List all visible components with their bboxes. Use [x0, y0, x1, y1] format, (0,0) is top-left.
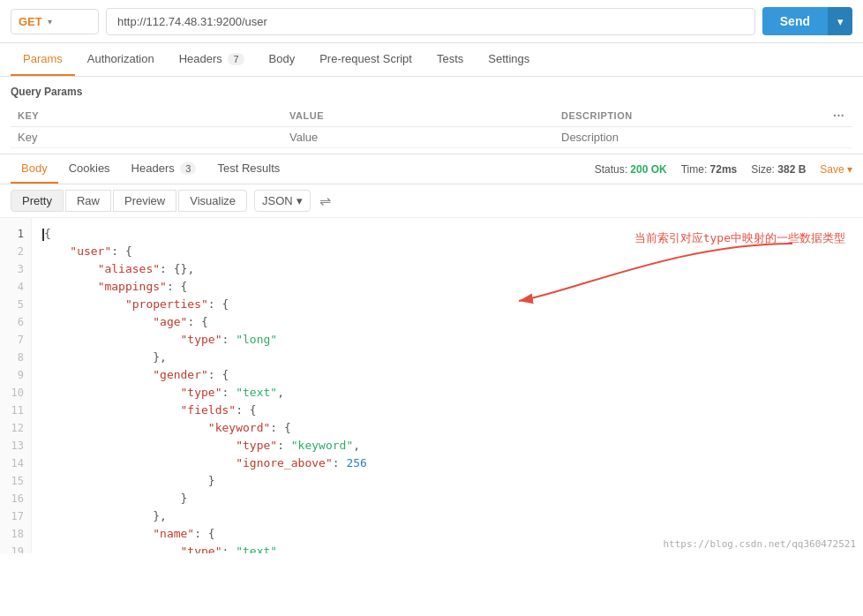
fmt-visualize-button[interactable]: Visualize	[178, 190, 247, 212]
wrap-icon[interactable]: ⇌	[319, 192, 331, 209]
query-params-section: Query Params KEY VALUE DESCRIPTION ···	[0, 77, 863, 148]
tab-params[interactable]: Params	[11, 43, 75, 76]
resp-tab-test-results[interactable]: Test Results	[206, 154, 290, 184]
params-table: KEY VALUE DESCRIPTION ···	[11, 105, 852, 148]
col-key: KEY	[11, 105, 282, 127]
col-description: DESCRIPTION	[554, 105, 826, 127]
fmt-raw-button[interactable]: Raw	[65, 190, 111, 212]
request-tabs: Params Authorization Headers 7 Body Pre-…	[0, 43, 863, 77]
param-key-input[interactable]	[18, 131, 275, 144]
fmt-preview-button[interactable]: Preview	[113, 190, 176, 212]
send-button-group: Send ▾	[762, 7, 852, 35]
time-label: Time: 72ms	[681, 163, 738, 176]
method-chevron-icon: ▾	[48, 17, 52, 26]
col-value: VALUE	[282, 105, 554, 127]
save-button[interactable]: Save ▾	[820, 163, 852, 176]
format-bar: Pretty Raw Preview Visualize JSON ▾ ⇌	[0, 184, 863, 218]
status-value: 200 OK	[630, 163, 666, 176]
resp-tab-headers[interactable]: Headers 3	[121, 154, 207, 184]
tab-settings[interactable]: Settings	[476, 43, 542, 76]
format-select[interactable]: JSON ▾	[254, 190, 311, 212]
tab-prerequest[interactable]: Pre-request Script	[307, 43, 424, 76]
size-label: Size: 382 B	[751, 163, 806, 176]
method-text: GET	[19, 15, 42, 28]
code-area: 1234567891011121314151617181920212223242…	[0, 218, 863, 553]
url-input[interactable]	[106, 8, 755, 35]
fmt-pretty-button[interactable]: Pretty	[11, 190, 64, 212]
status-label: Status: 200 OK	[595, 163, 667, 176]
response-tabs-bar: Body Cookies Headers 3 Test Results Stat…	[0, 154, 863, 184]
method-select[interactable]: GET ▾	[11, 9, 99, 34]
size-value: 382 B	[777, 163, 806, 176]
col-more: ···	[826, 105, 852, 127]
format-select-chevron-icon: ▾	[296, 194, 303, 207]
response-tabs: Body Cookies Headers 3 Test Results	[11, 154, 290, 184]
tab-tests[interactable]: Tests	[424, 43, 476, 76]
resp-tab-cookies[interactable]: Cookies	[58, 154, 121, 184]
send-button[interactable]: Send	[762, 7, 828, 35]
response-status: Status: 200 OK Time: 72ms Size: 382 B Sa…	[595, 163, 852, 176]
resp-tab-body[interactable]: Body	[11, 154, 58, 184]
time-value: 72ms	[710, 163, 738, 176]
tab-body[interactable]: Body	[257, 43, 308, 76]
code-content[interactable]: { "user": { "aliases": {}, "mappings": {…	[32, 218, 863, 553]
tab-authorization[interactable]: Authorization	[75, 43, 167, 76]
top-bar: GET ▾ Send ▾	[0, 0, 863, 43]
query-params-title: Query Params	[11, 86, 852, 98]
line-numbers: 1234567891011121314151617181920212223242…	[0, 218, 32, 553]
param-desc-input[interactable]	[561, 131, 819, 144]
send-dropdown-button[interactable]: ▾	[828, 7, 852, 35]
format-select-label: JSON	[262, 194, 293, 207]
param-value-input[interactable]	[289, 131, 547, 144]
tab-headers[interactable]: Headers 7	[167, 43, 257, 76]
watermark: https://blog.csdn.net/qq360472521	[663, 538, 856, 550]
param-row	[11, 127, 852, 148]
